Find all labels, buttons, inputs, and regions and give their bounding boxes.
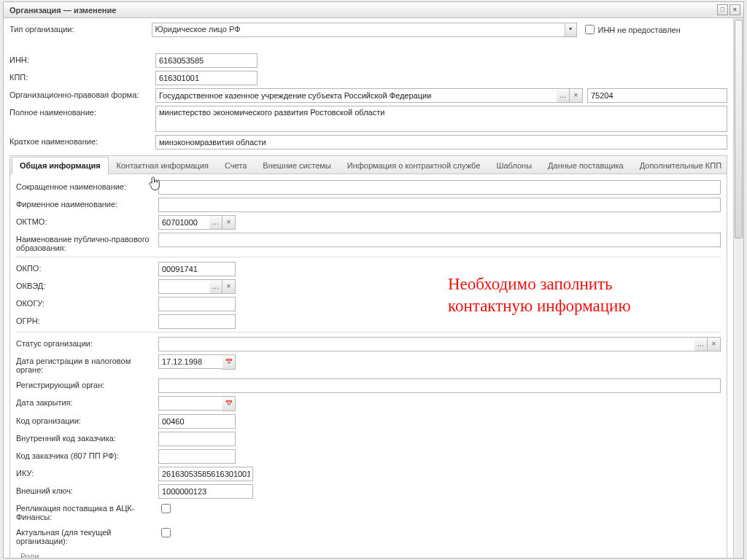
status-clear-button[interactable] — [708, 337, 721, 351]
label-closedate: Дата закрытия: — [16, 396, 158, 408]
label-opf: Организационно-правовая форма: — [9, 88, 155, 101]
label-abbrev: Сокращенное наименование: — [16, 180, 158, 192]
okved-input[interactable] — [158, 279, 209, 294]
opf-clear-button[interactable] — [570, 88, 583, 103]
inn-not-provided-checkbox[interactable] — [585, 25, 595, 34]
oktmo-ellipsis-button[interactable] — [209, 215, 222, 230]
window-title: Организация — изменение — [9, 6, 116, 15]
regorg-input[interactable] — [158, 378, 721, 393]
label-okpo: ОКПО: — [16, 262, 158, 274]
tab-supplier[interactable]: Данные поставщика — [540, 157, 632, 174]
organization-edit-window: Организация — изменение □ × Тип организа… — [3, 1, 744, 559]
window-titlebar: Организация — изменение □ × — [4, 2, 743, 18]
orgcode-input[interactable] — [158, 414, 236, 429]
tab-templates[interactable]: Шаблоны — [488, 157, 540, 174]
ppo-input[interactable] — [158, 233, 721, 247]
scrollbar-thumb[interactable] — [735, 20, 743, 238]
divider — [16, 332, 721, 332]
iku-input[interactable] — [158, 467, 253, 481]
opf-ellipsis-button[interactable] — [557, 88, 570, 103]
tab-bar: Общая информация Контактная информация С… — [9, 155, 727, 174]
oktmo-picker — [158, 215, 236, 230]
regdate-calendar-button[interactable] — [222, 354, 236, 370]
tab-general[interactable]: Общая информация — [12, 157, 109, 174]
label-inn: ИНН: — [9, 53, 155, 66]
restore-button[interactable]: □ — [717, 4, 728, 15]
oktmo-input[interactable] — [158, 215, 209, 230]
label-short-name: Краткое наименование: — [9, 135, 155, 147]
org-type-select[interactable]: Юридическое лицо РФ ▾ — [152, 23, 577, 37]
tab-contract-info[interactable]: Информация о контрактной службе — [339, 157, 489, 174]
label-807: Код заказчика (807 ПП РФ): — [16, 449, 158, 462]
closedate-input[interactable] — [158, 396, 222, 411]
label-ppo: Наименование публично-правового образова… — [16, 233, 158, 254]
closedate-picker — [158, 396, 236, 411]
tab-accounts[interactable]: Счета — [217, 157, 255, 174]
label-internal: Внутренний код заказчика: — [16, 432, 158, 444]
inn-not-provided-label: ИНН не предоставлен — [597, 26, 680, 34]
firm-input[interactable] — [158, 198, 721, 212]
tab-contact[interactable]: Контактная информация — [109, 157, 217, 174]
label-regdate: Дата регистрации в налоговом органе: — [16, 354, 158, 376]
chevron-down-icon[interactable]: ▾ — [565, 23, 576, 36]
opf-input[interactable] — [155, 88, 557, 103]
label-ogrn: ОГРН: — [16, 314, 158, 327]
label-actual: Актуальная (для текущей организации): — [16, 526, 158, 547]
regdate-picker — [158, 354, 236, 370]
oktmo-clear-button[interactable] — [222, 215, 236, 230]
inn-not-provided-wrap: ИНН не предоставлен — [585, 23, 727, 36]
okved-picker — [158, 279, 236, 294]
org-type-value: Юридическое лицо РФ — [152, 23, 565, 36]
label-iku: ИКУ: — [16, 467, 158, 479]
label-full-name: Полное наименование: — [9, 106, 155, 118]
general-tab-panel: Сокращенное наименование: Фирменное наим… — [9, 174, 727, 558]
tab-external[interactable]: Внешние системы — [255, 157, 338, 174]
label-extkey: Внешний ключ: — [16, 484, 158, 497]
opf-picker — [155, 88, 583, 103]
label-roles: Роли — [16, 550, 158, 558]
label-replic: Репликация поставщика в АЦК-Финансы: — [16, 502, 158, 523]
actual-checkbox[interactable] — [161, 528, 171, 537]
okpo-input[interactable] — [158, 262, 236, 276]
abbrev-input[interactable] — [158, 180, 721, 195]
ogrn-input[interactable] — [158, 314, 236, 329]
status-input[interactable] — [158, 337, 694, 351]
divider — [16, 257, 721, 257]
opf-code-input[interactable] — [587, 88, 727, 103]
label-okogu: ОКОГУ: — [16, 297, 158, 309]
inn-input[interactable] — [155, 53, 258, 68]
close-button[interactable]: × — [729, 4, 740, 15]
status-ellipsis-button[interactable] — [694, 337, 708, 351]
status-picker — [158, 337, 721, 351]
replic-checkbox[interactable] — [161, 504, 171, 513]
okved-clear-button[interactable] — [222, 279, 236, 294]
short-name-input[interactable] — [155, 135, 727, 149]
label-oktmo: ОКТМО: — [16, 215, 158, 228]
label-regorg: Регистрирующий орган: — [16, 378, 158, 391]
code-807-input[interactable] — [158, 449, 236, 464]
closedate-calendar-button[interactable] — [222, 396, 236, 411]
extkey-input[interactable] — [158, 484, 253, 499]
label-kpp: КПП: — [9, 71, 155, 83]
label-okved: ОКВЭД: — [16, 279, 158, 292]
label-status: Статус организации: — [16, 337, 158, 349]
vertical-scrollbar[interactable] — [733, 18, 743, 558]
label-org-type: Тип организации: — [9, 23, 152, 35]
label-firm: Фирменное наименование: — [16, 198, 158, 210]
regdate-input[interactable] — [158, 354, 222, 369]
full-name-input[interactable] — [155, 106, 727, 132]
tab-extra-kpp[interactable]: Дополнительные КПП — [632, 157, 729, 174]
label-orgcode: Код организации: — [16, 414, 158, 427]
kpp-input[interactable] — [155, 71, 258, 85]
okogu-input[interactable] — [158, 297, 236, 311]
internal-input[interactable] — [158, 432, 236, 446]
okved-ellipsis-button[interactable] — [209, 279, 222, 294]
